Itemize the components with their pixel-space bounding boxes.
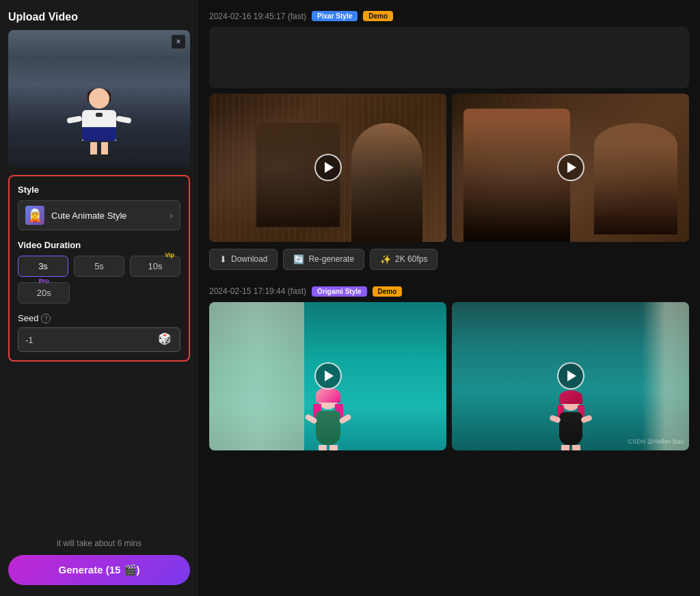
time-hint: it will take about 6 mins	[57, 539, 142, 548]
vip-badge: Vip	[162, 251, 177, 259]
pro-badge: Pro	[21, 277, 66, 285]
dice-icon[interactable]: 🎲	[158, 332, 173, 347]
preview-image	[8, 30, 190, 167]
upscale-label: 2K 60fps	[395, 254, 427, 264]
entry-1-tag-demo: Demo	[363, 11, 393, 21]
entry-2-meta: 2024-02-15 17:19:44 (fast) Origami Style…	[209, 286, 689, 297]
download-label: Download	[231, 254, 267, 264]
regenerate-icon: 🔄	[293, 254, 304, 265]
entry-1-meta: 2024-02-16 19:45:17 (fast) Pixar Style D…	[209, 11, 689, 21]
left-panel: Upload Video	[0, 0, 198, 596]
duration-20s-container: Pro 20s	[18, 282, 70, 303]
download-button[interactable]: ⬇ Download	[209, 249, 278, 270]
duration-section-label: Video Duration	[18, 240, 180, 250]
entry-1-tag-pixar: Pixar Style	[312, 11, 358, 21]
entry-2-timestamp: 2024-02-15 17:19:44 (fast)	[209, 286, 306, 296]
entry-2-tag-origami: Origami Style	[312, 286, 366, 297]
style-section-label: Style	[18, 185, 180, 195]
watermark: CSDN @Hellen Bao	[628, 438, 684, 445]
duration-5s-button[interactable]: 5s	[74, 256, 124, 277]
style-name: Cute Animate Style	[51, 211, 170, 221]
video-thumb-2[interactable]	[452, 94, 689, 242]
settings-box: Style 🧝 Cute Animate Style › Video Durat…	[8, 175, 190, 362]
entry-1: 2024-02-16 19:45:17 (fast) Pixar Style D…	[209, 11, 689, 270]
generate-button[interactable]: Generate (15 🎬)	[8, 555, 190, 585]
video-thumb-4[interactable]: CSDN @Hellen Bao	[452, 302, 689, 450]
seed-input[interactable]	[25, 335, 158, 345]
entry-1-video-grid	[209, 94, 689, 242]
upload-title: Upload Video	[8, 11, 190, 23]
entry-2-video-grid: CSDN @Hellen Bao	[209, 302, 689, 450]
seed-info-icon[interactable]: ?	[41, 314, 51, 323]
regenerate-button[interactable]: 🔄 Re-generate	[283, 249, 364, 270]
duration-20s-button[interactable]: Pro 20s	[18, 282, 70, 303]
upload-preview: ×	[8, 30, 190, 167]
duration-3s-button[interactable]: 3s	[18, 256, 68, 277]
play-button-4[interactable]	[557, 362, 584, 390]
play-button-2[interactable]	[557, 154, 584, 181]
entry-1-dark-panel	[209, 27, 689, 88]
entry-1-actions: ⬇ Download 🔄 Re-generate ✨ 2K 60fps	[209, 249, 689, 270]
style-arrow-icon: ›	[170, 210, 173, 221]
style-selector[interactable]: 🧝 Cute Animate Style ›	[18, 200, 180, 230]
play-button-1[interactable]	[314, 154, 342, 181]
play-button-3[interactable]	[314, 362, 342, 390]
entry-2: 2024-02-15 17:19:44 (fast) Origami Style…	[209, 286, 689, 450]
sparkle-icon: ✨	[380, 254, 391, 265]
left-bottom: it will take about 6 mins Generate (15 🎬…	[8, 532, 190, 585]
style-icon: 🧝	[25, 206, 44, 225]
seed-label: Seed ?	[18, 313, 180, 323]
entry-2-tag-demo: Demo	[373, 286, 403, 297]
duration-grid: 3s 5s Vip 10s	[18, 256, 180, 277]
entry-1-timestamp: 2024-02-16 19:45:17 (fast)	[209, 12, 306, 21]
close-preview-button[interactable]: ×	[171, 34, 186, 49]
seed-input-row: 🎲	[18, 327, 180, 352]
right-panel: 2024-02-16 19:45:17 (fast) Pixar Style D…	[198, 0, 700, 596]
regenerate-label: Re-generate	[308, 254, 354, 264]
video-thumb-1[interactable]	[209, 94, 446, 242]
download-icon: ⬇	[219, 254, 227, 265]
upscale-button[interactable]: ✨ 2K 60fps	[370, 249, 438, 270]
duration-10s-button[interactable]: Vip 10s	[130, 256, 180, 277]
video-thumb-3[interactable]	[209, 302, 446, 450]
